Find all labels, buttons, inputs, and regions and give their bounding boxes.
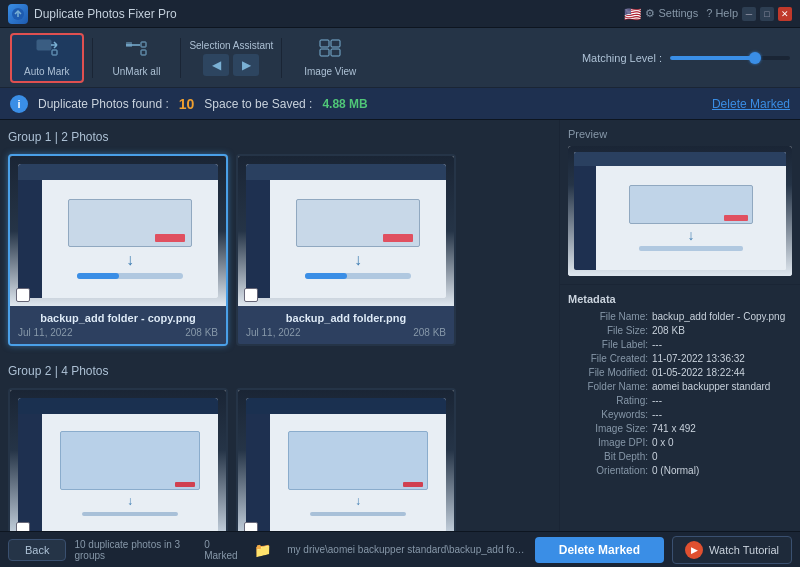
fake-dialog-1 (68, 199, 191, 246)
close-button[interactable]: ✕ (778, 7, 792, 21)
photo-thumb-3: ↓ (10, 390, 226, 531)
space-value: 4.88 MB (322, 97, 367, 111)
meta-value: 0 (652, 451, 658, 462)
meta-value: aomei backupper standard (652, 381, 770, 392)
photo-card-2[interactable]: ↓ backup_add folder.png Jul 11, 2022 (236, 154, 456, 346)
auto-mark-icon (35, 38, 59, 63)
selection-assistant-area: Selection Assistant ◀ ▶ (189, 40, 273, 76)
matching-label: Matching Level : (582, 52, 662, 64)
title-bar-right: 🇺🇸 ⚙ Settings ? Help ─ □ ✕ (624, 6, 792, 22)
metadata-row: Rating: --- (568, 395, 792, 406)
fake-app-1: ↓ (18, 164, 218, 298)
metadata-row: Image DPI: 0 x 0 (568, 437, 792, 448)
fake-main-2: ↓ (270, 180, 446, 298)
svg-rect-3 (126, 42, 132, 47)
meta-key: Bit Depth: (568, 451, 648, 462)
selection-buttons: ◀ ▶ (203, 54, 259, 76)
metadata-row: File Size: 208 KB (568, 325, 792, 336)
meta-value: backup_add folder - Copy.png (652, 311, 785, 322)
meta-key: Keywords: (568, 409, 648, 420)
photo-card-3[interactable]: ↓ backup_add folder.png Jul 11, 2022 208… (8, 388, 228, 531)
meta-value: --- (652, 339, 662, 350)
maximize-button[interactable]: □ (760, 7, 774, 21)
metadata-row: File Created: 11-07-2022 13:36:32 (568, 353, 792, 364)
metadata-rows: File Name: backup_add folder - Copy.png … (568, 311, 792, 476)
photo-thumb-1: ↓ (10, 156, 226, 306)
delete-marked-link[interactable]: Delete Marked (712, 97, 790, 111)
app-title: Duplicate Photos Fixer Pro (34, 7, 177, 21)
fake-main-3: ↓ (42, 414, 218, 531)
toolbar-divider-1 (92, 38, 93, 78)
thumb-bg-3: ↓ (10, 390, 226, 531)
selection-prev-button[interactable]: ◀ (203, 54, 229, 76)
meta-key: File Modified: (568, 367, 648, 378)
fake-app-3: ↓ (18, 398, 218, 531)
status-file-icon: 📁 (254, 542, 271, 558)
metadata-row: Keywords: --- (568, 409, 792, 420)
fake-main-4: ↓ (270, 414, 446, 531)
preview-section: Preview ↓ (560, 120, 800, 285)
image-view-button[interactable]: Image View (290, 34, 370, 81)
svg-rect-9 (331, 49, 340, 56)
photo-info-2: backup_add folder.png Jul 11, 2022 208 K… (238, 306, 454, 344)
preview-fake-app: ↓ (568, 146, 792, 276)
metadata-row: Folder Name: aomei backupper standard (568, 381, 792, 392)
slider-fill (670, 56, 754, 60)
photo-name-1: backup_add folder - copy.png (18, 312, 218, 324)
fake-bar-2 (246, 164, 446, 180)
status-info: 10 duplicate photos in 3 groups 0 Marked… (74, 539, 526, 561)
slider-thumb (749, 52, 761, 64)
meta-key: File Label: (568, 339, 648, 350)
preview-arrow: ↓ (688, 227, 695, 243)
meta-key: Orientation: (568, 465, 648, 476)
title-bar: Duplicate Photos Fixer Pro 🇺🇸 ⚙ Settings… (0, 0, 800, 28)
meta-key: File Created: (568, 353, 648, 364)
photo-checkbox-2[interactable] (244, 288, 258, 302)
photo-size-2: 208 KB (413, 327, 446, 338)
fake-dialog-2 (296, 199, 419, 246)
meta-value: 01-05-2022 18:22:44 (652, 367, 745, 378)
metadata-row: File Name: backup_add folder - Copy.png (568, 311, 792, 322)
settings-link[interactable]: ⚙ Settings (645, 7, 698, 20)
metadata-row: Bit Depth: 0 (568, 451, 792, 462)
photo-date-1: Jul 11, 2022 (18, 327, 73, 338)
delete-marked-button[interactable]: Delete Marked (535, 537, 664, 563)
unmark-label: UnMark all (113, 66, 161, 77)
selection-next-button[interactable]: ▶ (233, 54, 259, 76)
photo-checkbox-4[interactable] (244, 522, 258, 531)
fake-progress-1 (77, 273, 183, 279)
fake-btn-2 (383, 234, 413, 242)
fake-progress-fill-1 (77, 273, 119, 279)
photo-checkbox-1[interactable] (16, 288, 30, 302)
image-view-label: Image View (304, 66, 356, 77)
photo-meta-2: Jul 11, 2022 208 KB (246, 327, 446, 338)
meta-value: 0 x 0 (652, 437, 674, 448)
minimize-button[interactable]: ─ (742, 7, 756, 21)
matching-slider[interactable] (670, 56, 790, 60)
matching-area: Matching Level : (582, 52, 790, 64)
back-button[interactable]: Back (8, 539, 66, 561)
unmark-all-button[interactable]: UnMark all (101, 33, 173, 83)
photo-card-4[interactable]: ↓ backup_add folder.png Jul 11, 2022 208… (236, 388, 456, 531)
photo-checkbox-3[interactable] (16, 522, 30, 531)
group-1-photos: ↓ backup_add folder - copy.png Jul 11, 2… (8, 154, 551, 346)
photo-info-1: backup_add folder - copy.png Jul 11, 202… (10, 306, 226, 344)
meta-key: Image DPI: (568, 437, 648, 448)
photo-card-1[interactable]: ↓ backup_add folder - copy.png Jul 11, 2… (8, 154, 228, 346)
right-panel: Preview ↓ (560, 120, 800, 531)
help-link[interactable]: ? Help (706, 7, 738, 20)
meta-key: Folder Name: (568, 381, 648, 392)
flag-icon: 🇺🇸 (624, 6, 641, 22)
preview-sidebar (574, 166, 596, 270)
duplicate-count: 10 (179, 96, 195, 112)
fake-btn-1 (155, 234, 185, 242)
group-1-label: Group 1 | (8, 130, 61, 144)
status-marked-info: 0 Marked (204, 539, 238, 561)
auto-mark-button[interactable]: Auto Mark (10, 33, 84, 83)
photo-thumb-4: ↓ (238, 390, 454, 531)
watch-tutorial-button[interactable]: ▶ Watch Tutorial (672, 536, 792, 564)
preview-dialog (629, 185, 753, 225)
photo-thumb-2: ↓ (238, 156, 454, 306)
photo-meta-1: Jul 11, 2022 208 KB (18, 327, 218, 338)
meta-value: 741 x 492 (652, 423, 696, 434)
